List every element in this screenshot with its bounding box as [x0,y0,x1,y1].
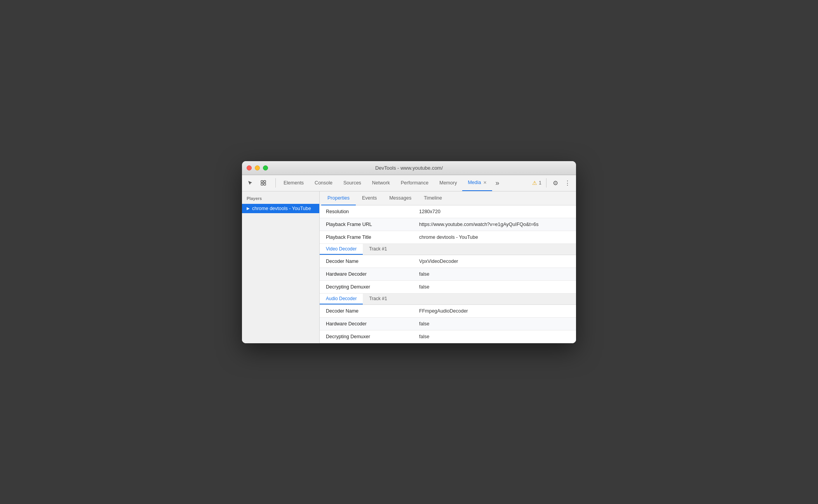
section-tab-audio-decoder[interactable]: Audio Decoder [320,294,363,304]
warning-icon: ⚠ [532,180,537,186]
toolbar-right: ⚠ 1 ⚙ ⋮ [532,178,573,188]
tab-performance[interactable]: Performance [395,175,434,191]
warning-badge[interactable]: ⚠ 1 [532,180,541,186]
traffic-lights [247,165,268,170]
properties-table: Resolution 1280x720 Playback Frame URL h… [320,205,576,244]
prop-value-video-decoder-name: VpxVideoDecoder [413,255,576,268]
video-decoder-table: Decoder Name VpxVideoDecoder Hardware De… [320,255,576,294]
tab-media-close[interactable]: ✕ [483,180,487,185]
prop-key-playback-url: Playback Frame URL [320,218,413,231]
audio-decoder-table: Decoder Name FFmpegAudioDecoder Hardware… [320,305,576,343]
tab-sources[interactable]: Sources [338,175,367,191]
table-row: Playback Frame Title chrome devtools - Y… [320,231,576,243]
tab-memory[interactable]: Memory [434,175,462,191]
toolbar-right-divider [546,178,546,188]
toolbar-icons [245,178,268,188]
sub-tabbar: Properties Events Messages Timeline [320,191,576,205]
prop-key-audio-hw-decoder: Hardware Decoder [320,317,413,330]
video-decoder-section-tabs: Video Decoder Track #1 [320,244,576,255]
sidebar: Players ▶ chrome devtools - YouTube [242,191,320,343]
sidebar-header: Players [242,195,319,204]
prop-key-audio-decoder-name: Decoder Name [320,305,413,318]
prop-key-video-demuxer: Decrypting Demuxer [320,280,413,293]
content-scroll[interactable]: Resolution 1280x720 Playback Frame URL h… [320,205,576,343]
prop-value-audio-hw-decoder: false [413,317,576,330]
sub-tab-messages[interactable]: Messages [383,192,418,205]
inspect-icon[interactable] [258,178,268,188]
tab-media[interactable]: Media ✕ [462,175,492,191]
window-title: DevTools - www.youtube.com/ [375,165,443,171]
svg-rect-3 [264,183,266,185]
section-tab-video-track1[interactable]: Track #1 [363,244,393,255]
table-row: Playback Frame URL https://www.youtube.c… [320,218,576,231]
toolbar-divider [275,178,276,188]
prop-value-playback-title: chrome devtools - YouTube [413,231,576,243]
table-row: Decrypting Demuxer false [320,280,576,293]
table-row: Hardware Decoder false [320,268,576,280]
table-row: Decoder Name FFmpegAudioDecoder [320,305,576,318]
prop-value-audio-decoder-name: FFmpegAudioDecoder [413,305,576,318]
table-row: Resolution 1280x720 [320,205,576,218]
more-options-button[interactable]: ⋮ [562,179,573,188]
content-panel: Properties Events Messages Timeline Re [320,191,576,343]
prop-key-playback-title: Playback Frame Title [320,231,413,243]
prop-value-playback-url: https://www.youtube.com/watch?v=e1gAyQuI… [413,218,576,231]
cursor-icon[interactable] [245,178,255,188]
devtools-window: DevTools - www.youtube.com/ Elements [242,161,576,343]
section-tab-video-decoder[interactable]: Video Decoder [320,244,363,255]
tab-elements[interactable]: Elements [278,175,309,191]
titlebar: DevTools - www.youtube.com/ [242,161,576,175]
expand-arrow-icon: ▶ [247,206,250,210]
table-row: Decrypting Demuxer false [320,330,576,343]
svg-rect-0 [261,181,263,182]
minimize-button[interactable] [255,165,260,170]
prop-value-video-demuxer: false [413,280,576,293]
sidebar-item-youtube[interactable]: ▶ chrome devtools - YouTube [242,204,319,213]
svg-rect-1 [264,181,266,182]
prop-key-resolution: Resolution [320,205,413,218]
table-row: Decoder Name VpxVideoDecoder [320,255,576,268]
prop-value-audio-demuxer: false [413,330,576,343]
prop-value-resolution: 1280x720 [413,205,576,218]
tab-bar: Elements Console Sources Network Perform… [278,175,532,191]
table-row: Hardware Decoder false [320,317,576,330]
tab-network[interactable]: Network [367,175,395,191]
sub-tab-timeline[interactable]: Timeline [418,192,448,205]
settings-button[interactable]: ⚙ [551,178,560,188]
svg-rect-2 [261,183,263,185]
close-button[interactable] [247,165,252,170]
more-tabs-button[interactable]: » [492,177,502,189]
prop-key-audio-demuxer: Decrypting Demuxer [320,330,413,343]
sub-tab-events[interactable]: Events [356,192,383,205]
prop-key-video-decoder-name: Decoder Name [320,255,413,268]
maximize-button[interactable] [263,165,268,170]
prop-value-video-hw-decoder: false [413,268,576,280]
prop-key-video-hw-decoder: Hardware Decoder [320,268,413,280]
toolbar: Elements Console Sources Network Perform… [242,175,576,191]
sub-tab-properties[interactable]: Properties [321,192,356,205]
main-area: Players ▶ chrome devtools - YouTube Prop… [242,191,576,343]
audio-decoder-section-tabs: Audio Decoder Track #1 [320,294,576,305]
tab-console[interactable]: Console [309,175,338,191]
section-tab-audio-track1[interactable]: Track #1 [363,294,393,304]
